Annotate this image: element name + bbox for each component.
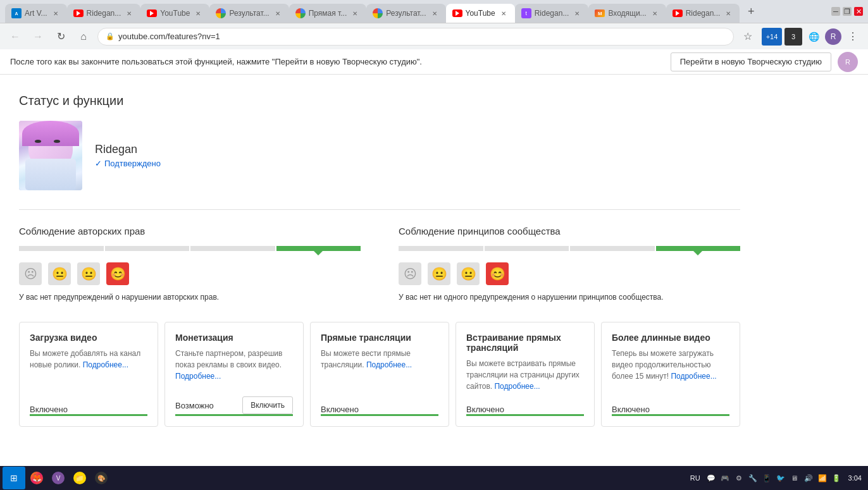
tab-9[interactable]: M Входящи... ✕ [588, 4, 666, 23]
viber-icon: V [52, 472, 65, 484]
upload-link[interactable]: Подробнее... [83, 360, 128, 369]
notifications-icon[interactable]: +14 [762, 28, 782, 46]
new-studio-button[interactable]: Перейти в новую Творческую студию [671, 52, 831, 71]
tab-8-label: Ridegan... [535, 9, 569, 18]
comm-progress-seg-4-active [656, 246, 741, 251]
livestreams-link[interactable]: Подробнее... [366, 360, 412, 369]
tab-2-label: Ridegan... [87, 9, 121, 18]
tab-1-close[interactable]: ✕ [51, 8, 61, 18]
address-input[interactable]: 🔒 youtube.com/features?nv=1 [97, 28, 734, 46]
feature-card-upload: Загрузка видео Вы можете добавлять на ка… [19, 322, 158, 427]
tab-9-close[interactable]: ✕ [650, 8, 660, 18]
monetization-desc: Станьте партнером, разрешив показ реклам… [175, 348, 293, 384]
notifications-count: +14 [766, 33, 778, 40]
start-button[interactable]: ⊞ [3, 467, 25, 489]
tab-6-close[interactable]: ✕ [430, 8, 440, 18]
community-title: Соблюдение принципов сообщества [399, 226, 740, 236]
bookmark-button[interactable]: ☆ [739, 28, 757, 46]
embed-link[interactable]: Подробнее... [494, 382, 540, 391]
profile-avatar[interactable]: R [825, 28, 841, 45]
google-icon-4 [216, 8, 226, 18]
nvidia-tray-icon[interactable]: 🖥 [789, 472, 800, 484]
info-bar-text: После того как вы закончите пользоваться… [10, 57, 671, 66]
google-icon-6 [373, 8, 383, 18]
progress-seg-2 [105, 246, 190, 251]
embed-title: Встраивание прямых трансляций [466, 333, 584, 353]
home-button[interactable]: ⌂ [75, 28, 92, 46]
yt-icon-2 [73, 9, 84, 17]
tab-7[interactable]: YouTube ✕ [446, 4, 515, 23]
checkmark-icon: ✓ [95, 159, 102, 168]
channel-details: Ridegan ✓ Подтверждено [95, 143, 161, 168]
tab-3[interactable]: YouTube ✕ [140, 4, 209, 23]
tab-4-close[interactable]: ✕ [273, 8, 283, 18]
tab-4[interactable]: Результат... ✕ [209, 4, 288, 23]
embed-desc: Вы можете встраивать прямые трансляции н… [466, 358, 584, 392]
extensions-count: 3 [791, 33, 795, 40]
battery-tray-icon[interactable]: 🔋 [831, 472, 842, 484]
tray-icon-4[interactable]: 🔧 [747, 472, 759, 484]
network-tray-icon[interactable]: 📶 [817, 472, 828, 484]
longvideo-link[interactable]: Подробнее... [671, 372, 716, 381]
new-tab-button[interactable]: + [742, 3, 760, 20]
enable-monetization-button[interactable]: Включить [242, 396, 293, 414]
face-happy-active: 😊 [106, 262, 129, 285]
tab-8[interactable]: t Ridegan... ✕ [515, 4, 589, 23]
taskbar-paint[interactable]: 🎨 [91, 468, 111, 488]
upload-title: Загрузка видео [30, 333, 147, 343]
tab-10-close[interactable]: ✕ [723, 8, 733, 18]
forward-button[interactable]: → [29, 28, 47, 46]
tab-7-close[interactable]: ✕ [499, 8, 509, 18]
restore-button[interactable]: ❐ [843, 7, 852, 16]
translate-icon[interactable]: 🌐 [805, 28, 822, 46]
tab-5[interactable]: Прямая т... ✕ [289, 4, 367, 23]
close-button[interactable]: ✕ [854, 7, 863, 16]
extensions-icon[interactable]: 3 [784, 28, 802, 46]
taskbar: ⊞ 🦊 V 📁 🎨 RU 💬 🎮 ⚙ 🔧 📱 🐦 🖥 🔊 📶 🔋 3:04 [0, 466, 868, 490]
tab-5-label: Прямая т... [309, 9, 347, 18]
monetization-title: Монетизация [175, 333, 293, 343]
main-content: Статус и функции Ridegan [0, 75, 868, 466]
info-bar: После того как вы закончите пользоваться… [0, 49, 868, 75]
tab-6-label: Результат... [386, 9, 426, 18]
livestreams-desc: Вы можете вести прямые трансляции. Подро… [321, 348, 438, 392]
comm-progress-arrow [693, 251, 702, 255]
tab-7-label: YouTube [466, 9, 495, 18]
tab-10[interactable]: Ridegan... ✕ [666, 4, 740, 23]
tab-5-close[interactable]: ✕ [350, 8, 360, 18]
minimize-button[interactable]: ─ [831, 7, 840, 16]
monetization-link[interactable]: Подробнее... [175, 372, 221, 381]
tab-2-close[interactable]: ✕ [124, 8, 134, 18]
tray-icon-3[interactable]: ⚙ [733, 472, 745, 484]
tab-8-close[interactable]: ✕ [572, 8, 582, 18]
tab-1[interactable]: A Art V... ✕ [5, 4, 67, 23]
back-button[interactable]: ← [6, 28, 24, 46]
channel-avatar [19, 121, 82, 190]
progress-seg-3 [190, 246, 275, 251]
verified-badge: ✓ Подтверждено [95, 159, 161, 168]
tab-6[interactable]: Результат... ✕ [366, 4, 445, 23]
copyright-status-text: У вас нет предупреждений о нарушении авт… [19, 291, 361, 303]
menu-button[interactable]: ⋮ [844, 28, 862, 46]
twitter-tray-icon[interactable]: 🐦 [775, 472, 786, 484]
volume-tray-icon[interactable]: 🔊 [803, 472, 814, 484]
taskbar-explorer[interactable]: 📁 [70, 468, 90, 488]
livestreams-title: Прямые трансляции [321, 333, 438, 343]
tab-3-close[interactable]: ✕ [193, 8, 203, 18]
taskbar-viber[interactable]: V [48, 468, 68, 488]
compliance-section: Соблюдение авторских прав [19, 209, 740, 303]
discord-tray-icon[interactable]: 💬 [705, 472, 717, 484]
refresh-button[interactable]: ↻ [52, 28, 70, 46]
info-avatar: R [838, 52, 858, 72]
tray-icon-5[interactable]: 📱 [761, 472, 772, 484]
progress-arrow [314, 251, 323, 255]
feature-cards: Загрузка видео Вы можете добавлять на ка… [19, 322, 740, 427]
taskbar-firefox[interactable]: 🦊 [27, 468, 47, 488]
yt-icon-10 [673, 9, 683, 17]
upload-footer: Включено [30, 400, 147, 416]
tab-2[interactable]: Ridegan... ✕ [67, 4, 141, 23]
steam-tray-icon[interactable]: 🎮 [719, 472, 731, 484]
upload-desc: Вы можете добавлять на канал новые ролик… [30, 348, 147, 392]
firefox-icon: 🦊 [30, 472, 43, 484]
gmail-icon-9: M [595, 9, 605, 17]
